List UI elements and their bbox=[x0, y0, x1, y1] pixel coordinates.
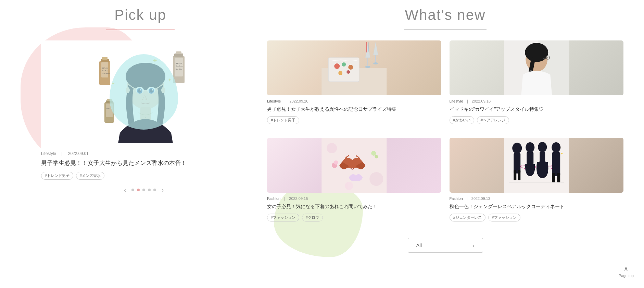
pickup-separator: ｜ bbox=[60, 151, 64, 156]
thumb-svg-2 bbox=[267, 138, 441, 193]
svg-text:✦: ✦ bbox=[560, 152, 563, 156]
svg-text:Maison Margiela: Maison Margiela bbox=[176, 65, 183, 67]
thumb-svg-3: ペアルックコーデ ✦ ✦ bbox=[450, 138, 624, 193]
whats-new-title-underline bbox=[404, 29, 487, 30]
pickup-section: Pick up REPLI bbox=[0, 0, 260, 288]
article-meta-0: Lifestyle ｜ 2022.09.20 bbox=[267, 99, 441, 104]
article-tag-1-1[interactable]: #ヘアアレンジ bbox=[477, 116, 509, 124]
svg-text:Maison Margiela: Maison Margiela bbox=[102, 70, 109, 72]
article-tag-3-0[interactable]: #ジェンダーレス bbox=[450, 214, 485, 221]
pickup-article-meta: Lifestyle ｜ 2022.09.01 bbox=[41, 151, 247, 157]
pickup-title-underline bbox=[106, 29, 175, 30]
svg-rect-47 bbox=[366, 42, 367, 52]
svg-rect-3 bbox=[101, 62, 108, 77]
svg-point-67 bbox=[512, 143, 522, 154]
article-meta-2: Fashion ｜ 2022.09.15 bbox=[267, 196, 441, 201]
article-date-3: 2022.09.13 bbox=[471, 196, 490, 201]
article-title-2: 女の子必見！気になる下着のあれこれ聞いてみた！ bbox=[267, 203, 441, 210]
article-card-2[interactable]: Fashion ｜ 2022.09.15 女の子必見！気になる下着のあれこれ聞い… bbox=[267, 138, 441, 227]
article-tag-1-0[interactable]: #かわいい bbox=[450, 116, 474, 124]
pickup-article-title: 男子学生必見！！女子大生から見たメンズ香水の本音！ bbox=[41, 159, 247, 168]
svg-rect-74 bbox=[540, 152, 545, 162]
pickup-title: Pick up bbox=[34, 7, 247, 26]
svg-text:REPLICA: REPLICA bbox=[176, 62, 182, 64]
article-category-0: Lifestyle bbox=[267, 99, 281, 103]
svg-text:Flower Market: Flower Market bbox=[176, 69, 182, 70]
article-tag-3-1[interactable]: #ファッション bbox=[488, 214, 520, 221]
svg-point-57 bbox=[369, 172, 383, 186]
svg-rect-78 bbox=[557, 173, 560, 182]
svg-point-46 bbox=[373, 62, 378, 64]
carousel-dot-1[interactable] bbox=[137, 189, 140, 191]
article-category-2: Fashion bbox=[267, 196, 280, 201]
pickup-tags: #トレンド男子 #メンズ香水 bbox=[41, 172, 247, 180]
svg-rect-48 bbox=[368, 42, 368, 52]
article-title-0: 男子必見！女子大生が教える異性への記念日サプライズ特集 bbox=[267, 106, 441, 113]
article-card-0[interactable]: Lifestyle ｜ 2022.09.20 男子必見！女子大生が教える異性への… bbox=[267, 40, 441, 130]
all-button-wrapper: All › bbox=[267, 238, 623, 253]
svg-rect-9 bbox=[176, 51, 181, 54]
article-title-1: イマドキの"カワイイ"アップスタイル特集♡ bbox=[450, 106, 624, 113]
all-button-label: All bbox=[416, 242, 422, 248]
svg-text:REPLICA: REPLICA bbox=[102, 67, 108, 69]
carousel-next-button[interactable]: › bbox=[159, 185, 166, 195]
svg-point-40 bbox=[348, 65, 353, 70]
carousel-dot-3[interactable] bbox=[148, 189, 151, 191]
article-thumb-1 bbox=[450, 40, 624, 95]
all-button[interactable]: All › bbox=[408, 238, 483, 253]
article-date-2: 2022.09.15 bbox=[289, 196, 308, 201]
pickup-category: Lifestyle bbox=[41, 151, 56, 156]
pickup-card[interactable]: REPLICA Maison Margiela At the Barber's … bbox=[41, 40, 247, 195]
article-category-1: Lifestyle bbox=[450, 99, 463, 103]
svg-point-42 bbox=[346, 70, 350, 74]
svg-rect-70 bbox=[518, 170, 520, 180]
article-tags-1: #かわいい #ヘアアレンジ bbox=[450, 116, 624, 124]
carousel-dot-4[interactable] bbox=[153, 189, 156, 191]
article-meta-1: Lifestyle ｜ 2022.09.16 bbox=[450, 99, 624, 104]
article-thumb-3: ペアルックコーデ ✦ ✦ bbox=[450, 138, 624, 193]
svg-point-39 bbox=[342, 62, 346, 67]
article-title-3: 秋色一色！ジェンダーレスペアルックコーディネート bbox=[450, 203, 624, 210]
article-tag-2-0[interactable]: #ファッション bbox=[267, 214, 299, 221]
svg-point-60 bbox=[334, 160, 338, 165]
articles-grid: Lifestyle ｜ 2022.09.20 男子必見！女子大生が教える異性への… bbox=[267, 40, 623, 253]
svg-rect-69 bbox=[514, 170, 516, 180]
article-thumb-0 bbox=[267, 40, 441, 95]
svg-rect-43 bbox=[367, 58, 368, 66]
article-tag-0-0[interactable]: #トレンド男子 bbox=[267, 116, 299, 124]
article-date-0: 2022.09.20 bbox=[289, 99, 308, 103]
pickup-tag-0[interactable]: #トレンド男子 bbox=[41, 172, 73, 180]
article-tags-0: #トレンド男子 bbox=[267, 116, 441, 124]
article-card-1[interactable]: Lifestyle ｜ 2022.09.16 イマドキの"カワイイ"アップスタイ… bbox=[450, 40, 624, 130]
whats-new-section: What's new bbox=[260, 0, 644, 288]
svg-point-73 bbox=[538, 142, 547, 152]
svg-point-71 bbox=[526, 142, 534, 153]
svg-rect-76 bbox=[552, 152, 560, 176]
carousel-prev-button[interactable]: ‹ bbox=[121, 185, 129, 195]
svg-rect-72 bbox=[527, 152, 533, 164]
article-category-3: Fashion bbox=[450, 196, 463, 201]
thumb-svg-1 bbox=[450, 40, 624, 95]
article-thumb-2 bbox=[267, 138, 441, 193]
article-card-3[interactable]: ペアルックコーデ ✦ ✦ bbox=[450, 138, 624, 227]
pickup-illustration: REPLICA Maison Margiela At the Barber's … bbox=[79, 40, 209, 147]
carousel-controls: ‹ › bbox=[41, 185, 247, 195]
svg-rect-45 bbox=[375, 55, 376, 63]
thumb-svg-0 bbox=[267, 40, 441, 95]
carousel-dot-0[interactable] bbox=[131, 189, 134, 191]
svg-point-61 bbox=[371, 151, 376, 156]
svg-point-75 bbox=[552, 142, 560, 153]
article-tags-3: #ジェンダーレス #ファッション bbox=[450, 214, 624, 221]
pickup-tag-1[interactable]: #メンズ香水 bbox=[76, 172, 104, 180]
svg-text:At the Barber's: At the Barber's bbox=[102, 73, 110, 74]
svg-rect-2 bbox=[102, 57, 108, 60]
svg-point-56 bbox=[327, 143, 337, 153]
article-tag-2-1[interactable]: #グロウ bbox=[302, 214, 323, 221]
svg-point-58 bbox=[345, 182, 353, 190]
svg-rect-37 bbox=[328, 58, 359, 82]
svg-point-44 bbox=[365, 66, 370, 68]
carousel-dot-2[interactable] bbox=[142, 189, 145, 191]
svg-rect-77 bbox=[552, 173, 555, 182]
whats-new-title: What's new bbox=[267, 7, 623, 26]
svg-rect-10 bbox=[175, 58, 183, 76]
